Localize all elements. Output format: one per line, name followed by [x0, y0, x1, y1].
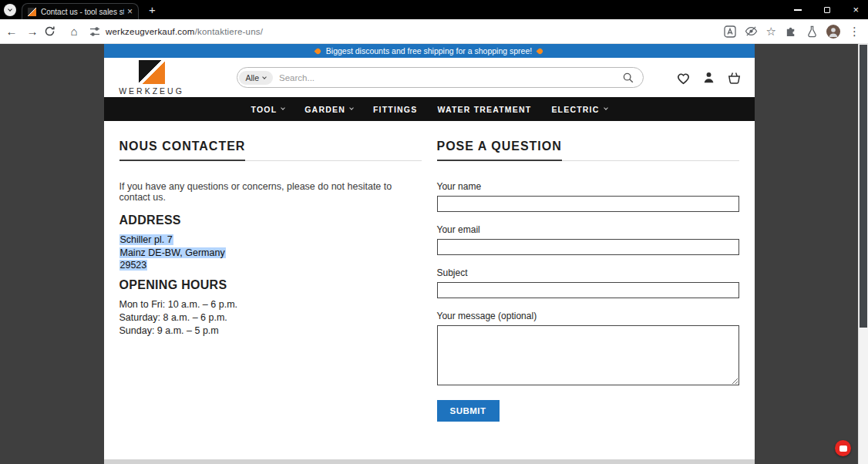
submit-button[interactable]: SUBMIT [437, 400, 500, 422]
reveal-password-button[interactable] [745, 25, 758, 38]
opening-hours-heading: OPENING HOURS [119, 278, 422, 292]
home-button[interactable]: ⌂ [65, 22, 83, 41]
footer-strip [104, 459, 755, 464]
page-content: NOUS CONTACTER If you have any questions… [104, 121, 755, 459]
tab-title: Contact us - tool sales store - t [41, 8, 124, 16]
question-form-section: POSE A QUESTION Your name Your email Sub… [437, 140, 739, 422]
hours-line: Saturday: 8 a.m. – 6 p.m. [119, 311, 422, 324]
tab-close-icon[interactable]: × [127, 7, 133, 16]
name-field[interactable] [437, 196, 739, 212]
toolbar-actions: ☆ ⋮ [724, 25, 860, 39]
puzzle-icon [785, 25, 798, 38]
bookmark-star-icon[interactable]: ☆ [766, 25, 776, 37]
address-line: Schiller pl. 7 [119, 234, 422, 247]
address-bar[interactable]: werkzeugverkauf.com/kontaktiere-uns/ [89, 26, 263, 37]
hours-line: Sunday: 9 a.m. – 5 p.m [119, 324, 422, 338]
main-navigation: TOOL GARDEN FITTINGS WATER TREATMENT ELE… [104, 97, 755, 121]
email-field[interactable] [437, 239, 739, 255]
window-maximize-button[interactable] [824, 7, 830, 13]
address-line: Mainz DE-BW, Germany [119, 247, 422, 260]
fire-emoji [537, 47, 544, 55]
form-title: POSE A QUESTION [437, 140, 562, 161]
chat-widget-button[interactable] [835, 440, 851, 456]
chevron-down-icon [262, 75, 267, 79]
browser-titlebar: Contact us - tool sales store - t × + × [0, 0, 868, 19]
chevron-down-icon [604, 106, 608, 110]
selected-text: Schiller pl. 7 [119, 234, 173, 245]
url-text[interactable]: werkzeugverkauf.com/kontaktiere-uns/ [106, 27, 263, 36]
fire-emoji [314, 47, 321, 55]
search-bar[interactable]: Alle [237, 67, 644, 88]
minimize-icon [794, 9, 802, 11]
account-button[interactable] [701, 70, 716, 85]
window-close-button[interactable]: × [853, 5, 859, 15]
site-favicon [28, 8, 36, 16]
chevron-down-icon [8, 7, 12, 12]
eye-off-icon [745, 25, 758, 38]
promo-bar: Biggest discounts and free shipping for … [104, 44, 755, 58]
chevron-down-icon [349, 106, 354, 110]
nav-item-water-treatment[interactable]: WATER TREATMENT [437, 105, 531, 114]
nav-item-fittings[interactable]: FITTINGS [373, 105, 417, 114]
site-header: WERKZEUG Alle [104, 58, 755, 97]
message-field[interactable] [437, 325, 739, 385]
browser-tab[interactable]: Contact us - tool sales store - t × [22, 3, 139, 19]
wishlist-button[interactable] [675, 70, 691, 86]
scrollbar-thumb[interactable] [860, 45, 867, 328]
url-path: /kontaktiere-uns/ [195, 27, 263, 36]
email-label: Your email [437, 224, 739, 235]
search-icon[interactable] [622, 72, 634, 84]
basket-icon [726, 70, 742, 86]
contact-title: NOUS CONTACTER [119, 140, 246, 161]
search-category-label: Alle [246, 73, 260, 82]
window-controls: × [794, 5, 859, 15]
chevron-down-icon [281, 106, 285, 110]
window-minimize-button[interactable] [794, 9, 802, 11]
heart-icon [675, 70, 691, 86]
page-area: Biggest discounts and free shipping for … [0, 44, 858, 464]
nav-item-garden[interactable]: GARDEN [304, 105, 353, 114]
translate-icon [724, 25, 736, 38]
nav-label: GARDEN [304, 105, 345, 114]
tab-search-button[interactable] [4, 4, 16, 16]
address-heading: ADDRESS [119, 214, 422, 227]
new-tab-button[interactable]: + [149, 4, 156, 15]
scrollbar[interactable] [858, 44, 868, 464]
nav-label: WATER TREATMENT [437, 105, 531, 114]
nav-item-tool[interactable]: TOOL [251, 105, 284, 114]
site-info-icon[interactable] [89, 26, 100, 37]
extensions-button[interactable] [785, 25, 798, 38]
person-icon [701, 70, 716, 85]
nav-item-electric[interactable]: ELECTRIC [551, 105, 607, 114]
person-icon [826, 25, 840, 39]
forward-button[interactable]: → [23, 22, 42, 41]
form-section-header: POSE A QUESTION [437, 140, 739, 161]
selected-text: 29523 [119, 260, 148, 271]
translate-button[interactable] [724, 25, 736, 38]
browser-menu-button[interactable]: ⋮ [849, 25, 860, 37]
subject-field[interactable] [437, 282, 739, 298]
back-button[interactable]: ← [2, 22, 21, 41]
nav-label: TOOL [251, 105, 277, 114]
hours-line: Mon to Fri: 10 a.m. – 6 p.m. [119, 298, 422, 311]
reload-icon [44, 25, 56, 37]
contact-section: NOUS CONTACTER If you have any questions… [119, 140, 422, 422]
contact-form: Your name Your email Subject Your messag… [437, 181, 739, 422]
logo-text: WERKZEUG [119, 86, 184, 96]
chat-icon [839, 446, 847, 452]
flask-icon [806, 25, 818, 38]
search-category-dropdown[interactable]: Alle [239, 71, 274, 85]
address-line: 29523 [119, 259, 422, 272]
reload-button[interactable] [44, 22, 62, 41]
selected-text: Mainz DE-BW, Germany [119, 247, 226, 258]
search-input[interactable] [279, 73, 621, 82]
contact-intro: If you have any questions or concerns, p… [119, 181, 422, 203]
page-viewport: Biggest discounts and free shipping for … [0, 44, 868, 464]
cart-button[interactable] [726, 70, 742, 86]
profile-avatar[interactable] [826, 25, 840, 39]
header-icons [675, 70, 742, 86]
labs-button[interactable] [806, 25, 818, 38]
site-logo[interactable]: WERKZEUG [113, 60, 190, 96]
message-label: Your message (optional) [437, 311, 739, 321]
contact-section-header: NOUS CONTACTER [119, 140, 422, 161]
